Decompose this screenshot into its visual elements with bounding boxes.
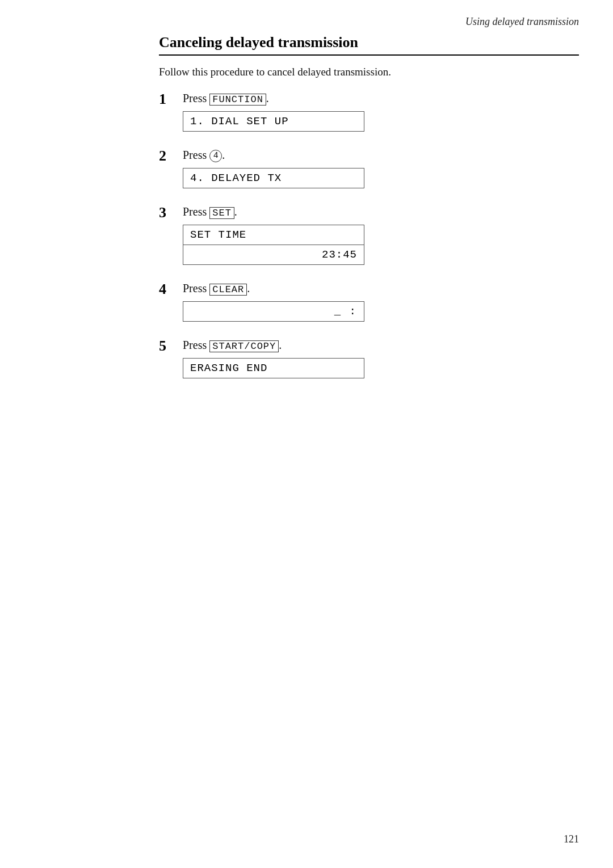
main-content: Canceling delayed transmission Follow th… [159,34,579,394]
step-2-text: Press 4. [183,149,579,162]
step-4-display: _ : [183,301,364,322]
section-title: Canceling delayed transmission [159,34,579,56]
page-header: Using delayed transmission [465,16,579,28]
step-4-text: Press CLEAR. [183,282,579,296]
step-3-display-set-time: SET TIME [183,225,364,245]
step-5-text: Press START/COPY. [183,339,579,352]
step-1-number: 1 [159,91,180,108]
step-3-number: 3 [159,204,180,221]
step-1-prefix: Press [183,92,209,104]
step-4-number: 4 [159,281,180,298]
step-4-prefix: Press [183,282,209,294]
step-5-prefix: Press [183,339,209,351]
step-5-content: Press START/COPY. ERASING END [183,338,579,382]
intro-text: Follow this procedure to cancel delayed … [159,66,579,78]
step-3-display-time: 23:45 [183,245,364,265]
step-1: 1 Press FUNCTION. 1. DIAL SET UP [159,91,579,135]
circle-4-key[interactable]: 4 [209,150,222,162]
step-1-content: Press FUNCTION. 1. DIAL SET UP [183,91,579,135]
step-4: 4 Press CLEAR. _ : [159,281,579,325]
step-2: 2 Press 4. 4. DELAYED TX [159,148,579,192]
step-4-content: Press CLEAR. _ : [183,281,579,325]
start-copy-key[interactable]: START/COPY [209,340,279,352]
step-2-display: 4. DELAYED TX [183,168,364,188]
step-2-number: 2 [159,148,180,165]
step-5: 5 Press START/COPY. ERASING END [159,338,579,382]
step-5-display: ERASING END [183,358,364,378]
clear-key[interactable]: CLEAR [209,284,247,296]
function-key[interactable]: FUNCTION [209,94,266,106]
step-3-prefix: Press [183,205,209,218]
step-2-content: Press 4. 4. DELAYED TX [183,148,579,192]
step-3-text: Press SET. [183,205,579,219]
step-5-number: 5 [159,338,180,355]
step-1-display: 1. DIAL SET UP [183,111,364,132]
set-key[interactable]: SET [209,207,234,219]
page-number: 121 [564,833,579,845]
step-3: 3 Press SET. SET TIME 23:45 [159,204,579,268]
step-1-text: Press FUNCTION. [183,92,579,106]
step-3-content: Press SET. SET TIME 23:45 [183,204,579,268]
step-2-prefix: Press [183,149,209,161]
